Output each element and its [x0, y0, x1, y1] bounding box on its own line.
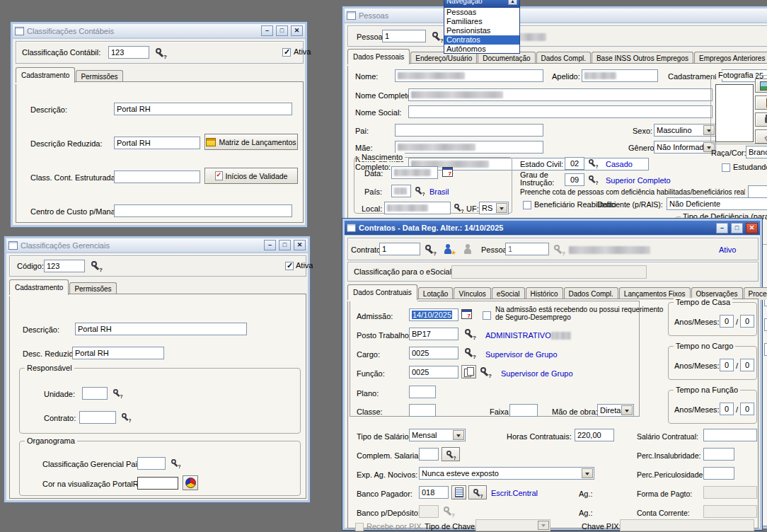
posto-lookup-icon[interactable]: ?	[464, 328, 475, 339]
classe-input[interactable]	[409, 404, 436, 417]
cor-portalrh-input[interactable]	[137, 477, 178, 490]
unidade-input[interactable]	[82, 387, 108, 400]
complem-lookup-button[interactable]: ?	[442, 447, 460, 461]
matriz-lancamentos-button[interactable]: Matriz de Lançamentos	[204, 134, 298, 150]
classificacao-pai-lookup-icon[interactable]: ?	[171, 458, 180, 468]
close-button[interactable]: ✕	[291, 25, 303, 36]
centro-custo-input[interactable]	[114, 204, 292, 217]
close-button[interactable]: ✕	[294, 240, 306, 250]
classificacao-pai-input[interactable]	[137, 457, 166, 470]
estudando-checkbox[interactable]	[722, 163, 730, 172]
nav-item-pessoas[interactable]: Pessoas	[444, 8, 519, 17]
tab-cadastramento[interactable]: Cadastramento	[9, 279, 69, 295]
minimize-button[interactable]: –	[264, 240, 276, 250]
pais-lookup-icon[interactable]: ?	[415, 186, 425, 195]
perc-insalubridade-input[interactable]	[703, 448, 734, 461]
photo-camera-button[interactable]	[755, 112, 767, 127]
grau-lookup-icon[interactable]: ?	[588, 175, 598, 184]
genero-combo[interactable]: Não Informado	[654, 141, 716, 154]
nome-social-input[interactable]	[408, 105, 713, 118]
apelido-input[interactable]	[582, 69, 658, 82]
uf-combo[interactable]: RS	[479, 202, 509, 214]
calendar-icon[interactable]	[442, 167, 453, 177]
nav-item-pensionistas[interactable]: Pensionistas	[444, 26, 519, 35]
codigo-lookup-icon[interactable]: ?	[91, 260, 102, 271]
desc-reduzida-input[interactable]: Portal RH	[72, 347, 164, 359]
contratos-titlebar[interactable]: Contratos - Data Reg. Alter.: 14/10/2025…	[345, 221, 760, 235]
contrato-lookup-icon[interactable]: ?	[425, 244, 436, 255]
pais-desc-link[interactable]: Brasil	[429, 187, 449, 196]
maximize-button[interactable]: □	[276, 25, 288, 36]
classificacao-lookup-icon[interactable]: ?	[155, 47, 166, 58]
complem-salarial-input[interactable]	[419, 448, 439, 461]
estado-civil-input[interactable]: 02	[565, 157, 584, 170]
local-input[interactable]	[384, 202, 451, 214]
cargo-input[interactable]: 0025	[409, 347, 459, 359]
beneficiario-checkbox[interactable]	[523, 201, 531, 209]
color-picker-button[interactable]	[183, 475, 198, 490]
calendar-icon[interactable]	[461, 309, 472, 319]
minimize-button[interactable]: –	[716, 223, 728, 233]
data-nascimento-input[interactable]	[391, 166, 438, 179]
pai-input[interactable]	[395, 124, 543, 137]
pessoa-code-input[interactable]: 1	[505, 243, 549, 255]
ativa-checkbox[interactable]	[282, 48, 291, 57]
estado-civil-lookup-icon[interactable]: ?	[588, 158, 598, 168]
photo-browse-button[interactable]: P	[755, 79, 767, 93]
plano-input[interactable]	[409, 386, 436, 398]
contrato-code-input[interactable]: 1	[379, 243, 420, 255]
local-lookup-icon[interactable]: ?	[454, 203, 463, 212]
funcao-copy-button[interactable]	[461, 365, 476, 378]
navegacao-titlebar[interactable]: Navegação ▴	[444, 0, 519, 7]
nome-input[interactable]	[395, 69, 543, 82]
nav-item-contratos[interactable]: Contratos	[444, 35, 519, 45]
cota-input[interactable]	[748, 185, 767, 198]
descricao-input[interactable]: Portal RH	[114, 103, 292, 115]
ativa-checkbox[interactable]	[285, 262, 294, 270]
close-button[interactable]: ✕	[746, 223, 758, 233]
salario-contratual-input[interactable]	[703, 429, 757, 441]
minimize-button[interactable]: –	[261, 25, 273, 36]
raca-input[interactable]: Branca	[746, 146, 767, 158]
nome-completo-input[interactable]	[408, 88, 713, 101]
deficiente-input[interactable]: Não Deficiente	[667, 197, 767, 210]
tab-dados-pessoais[interactable]: Dados Pessoais	[347, 49, 410, 64]
faixa-input[interactable]	[509, 404, 538, 417]
dropdown-arrow-icon[interactable]	[621, 405, 633, 415]
banco-pagador-input[interactable]: 018	[419, 486, 449, 499]
exp-nocivos-combo[interactable]: Nunca esteve exposto	[419, 467, 594, 480]
tab-cadastramento[interactable]: Cadastramento	[16, 67, 75, 83]
contabeis-titlebar[interactable]: Classificações Contábeis – □ ✕	[13, 24, 305, 38]
posto-trabalho-input[interactable]: BP17	[409, 328, 459, 340]
codigo-input[interactable]: 123	[44, 260, 85, 272]
descricao-reduzida-input[interactable]: Portal RH	[114, 137, 200, 149]
banco-lookup-button[interactable]: ?	[468, 485, 487, 499]
class-estruturada-input[interactable]	[114, 170, 200, 183]
maximize-button[interactable]: □	[731, 223, 743, 233]
classificacao-contabil-input[interactable]: 123	[108, 46, 149, 59]
pessoas-titlebar[interactable]: Pessoas	[345, 8, 767, 23]
pessoa-code-input[interactable]: 1	[382, 30, 426, 42]
contract-new-icon[interactable]: ★	[443, 244, 454, 254]
admissao-input[interactable]: 14/10/2025	[409, 308, 459, 321]
descricao-input[interactable]: Portal RH	[75, 323, 247, 335]
funcao-lookup-icon[interactable]: ?	[480, 366, 491, 377]
dropdown-arrow-icon[interactable]	[496, 203, 507, 213]
banco-list-button[interactable]	[451, 485, 466, 499]
contrato-input[interactable]	[79, 411, 116, 424]
unidade-lookup-icon[interactable]: ?	[113, 388, 122, 398]
contrato-lookup-icon[interactable]: ?	[121, 412, 131, 422]
dropdown-arrow-icon[interactable]	[453, 430, 464, 440]
perc-periculosidade-input[interactable]	[703, 467, 734, 480]
mao-obra-combo[interactable]: Direta	[597, 404, 634, 417]
tipo-salario-combo[interactable]: Mensal	[409, 429, 466, 441]
nav-item-familiares[interactable]: Familiares	[444, 17, 519, 26]
dropdown-arrow-icon[interactable]	[582, 468, 593, 478]
gerenciais-titlebar[interactable]: Classificações Gerenciais – □ ✕	[6, 238, 308, 253]
grau-instrucao-input[interactable]: 09	[565, 173, 584, 186]
funcao-input[interactable]: 0025	[409, 366, 459, 378]
maximize-button[interactable]: □	[279, 240, 291, 250]
cargo-lookup-icon[interactable]: ?	[464, 347, 475, 358]
photo-paste-button[interactable]	[755, 96, 767, 110]
navegacao-collapse-button[interactable]: ▴	[508, 0, 517, 5]
